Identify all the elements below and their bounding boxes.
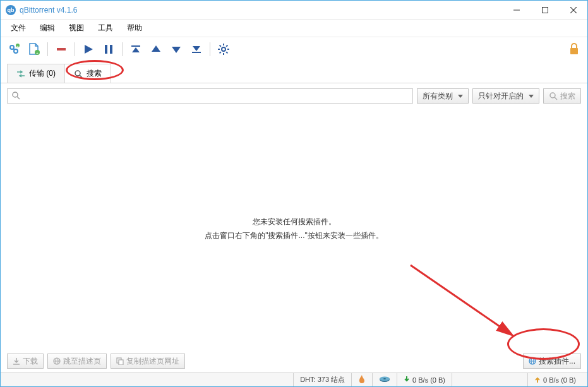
statusbar: DHT: 373 结点 0 B/s (0 B) 0 B/s (0 B) bbox=[1, 372, 587, 386]
svg-rect-30 bbox=[570, 48, 578, 54]
separator bbox=[122, 42, 123, 56]
svg-point-31 bbox=[75, 71, 80, 76]
svg-marker-35 bbox=[458, 95, 463, 98]
titlebar: qb qBittorrent v4.1.6 bbox=[1, 1, 587, 20]
resume-button[interactable] bbox=[79, 40, 98, 59]
svg-line-6 bbox=[13, 49, 15, 50]
svg-rect-43 bbox=[119, 360, 123, 365]
search-icon bbox=[74, 69, 83, 78]
maximize-button[interactable] bbox=[531, 1, 559, 19]
close-button[interactable] bbox=[559, 1, 587, 19]
arrow-up-icon bbox=[534, 376, 541, 384]
menu-view[interactable]: 视图 bbox=[63, 21, 90, 35]
delete-button[interactable] bbox=[52, 40, 71, 59]
copy-icon bbox=[116, 357, 124, 365]
svg-marker-12 bbox=[85, 45, 93, 54]
tab-transfers-label: 传输 (0) bbox=[29, 68, 56, 79]
svg-point-49 bbox=[383, 378, 386, 379]
search-plugins-button[interactable]: 搜索插件... bbox=[523, 354, 581, 369]
category-select-label: 所有类别 bbox=[423, 91, 453, 102]
svg-rect-20 bbox=[192, 52, 201, 53]
download-button[interactable]: 下载 bbox=[7, 354, 44, 369]
search-input-wrap[interactable] bbox=[7, 88, 413, 104]
svg-line-34 bbox=[17, 97, 20, 99]
minimize-button[interactable] bbox=[502, 1, 531, 19]
fire-icon bbox=[358, 375, 366, 385]
svg-point-37 bbox=[550, 93, 555, 98]
svg-marker-36 bbox=[529, 95, 534, 98]
move-down-button[interactable] bbox=[167, 40, 186, 59]
svg-line-38 bbox=[555, 97, 557, 100]
svg-marker-18 bbox=[172, 47, 181, 53]
transfers-icon bbox=[16, 70, 25, 78]
tab-search[interactable]: 搜索 bbox=[64, 64, 111, 83]
status-download: 0 B/s (0 B) bbox=[397, 373, 452, 386]
move-bottom-button[interactable] bbox=[187, 40, 206, 59]
globe-icon bbox=[53, 357, 61, 365]
menu-tools[interactable]: 工具 bbox=[92, 21, 119, 35]
separator bbox=[47, 42, 48, 56]
status-firewall bbox=[351, 373, 372, 386]
app-icon: qb bbox=[6, 5, 16, 15]
download-button-label: 下载 bbox=[23, 356, 38, 367]
svg-rect-1 bbox=[542, 7, 548, 13]
search-results-empty: 您未安装任何搜索插件。 点击窗口右下角的"搜索插件..."按钮来安装一些插件。 bbox=[1, 109, 587, 350]
svg-text:+: + bbox=[17, 44, 19, 48]
add-torrent-link-button[interactable]: + bbox=[4, 40, 23, 59]
svg-line-26 bbox=[220, 45, 221, 47]
menu-help[interactable]: 帮助 bbox=[121, 21, 148, 35]
move-top-button[interactable] bbox=[126, 40, 145, 59]
search-input[interactable] bbox=[24, 89, 412, 103]
goto-description-button[interactable]: 跳至描述页 bbox=[47, 354, 107, 369]
toolbar: + + bbox=[1, 37, 587, 62]
svg-rect-11 bbox=[57, 48, 66, 51]
menu-file[interactable]: 文件 bbox=[4, 21, 32, 35]
status-dht: DHT: 373 结点 bbox=[293, 373, 351, 386]
svg-rect-14 bbox=[110, 45, 112, 54]
menu-edit[interactable]: 编辑 bbox=[33, 21, 61, 35]
separator bbox=[75, 42, 75, 56]
tab-search-label: 搜索 bbox=[87, 68, 102, 79]
window-title: qBittorrent v4.1.6 bbox=[20, 6, 77, 15]
tabs: 传输 (0) 搜索 bbox=[1, 61, 587, 83]
svg-line-28 bbox=[220, 52, 221, 53]
svg-text:+: + bbox=[36, 51, 39, 55]
category-select[interactable]: 所有类别 bbox=[417, 88, 469, 104]
search-icon bbox=[8, 91, 24, 102]
separator bbox=[210, 42, 210, 56]
search-bar: 所有类别 只针对开启的 搜索 bbox=[1, 83, 587, 109]
settings-button[interactable] bbox=[214, 40, 233, 59]
status-disk bbox=[372, 373, 397, 386]
search-plugins-label: 搜索插件... bbox=[539, 356, 575, 367]
add-torrent-file-button[interactable]: + bbox=[25, 40, 44, 59]
pause-button[interactable] bbox=[99, 40, 118, 59]
svg-marker-17 bbox=[152, 45, 160, 52]
svg-line-27 bbox=[226, 52, 227, 53]
copy-description-button[interactable]: 复制描述页网址 bbox=[111, 354, 185, 369]
copy-description-label: 复制描述页网址 bbox=[126, 356, 179, 367]
menubar: 文件 编辑 视图 工具 帮助 bbox=[1, 20, 587, 37]
status-upload: 0 B/s (0 B) bbox=[527, 373, 582, 386]
lock-button[interactable] bbox=[565, 40, 584, 59]
search-button[interactable]: 搜索 bbox=[543, 88, 581, 104]
chevron-down-icon bbox=[458, 92, 463, 100]
chevron-down-icon bbox=[529, 92, 534, 100]
svg-marker-16 bbox=[132, 47, 140, 52]
svg-rect-15 bbox=[131, 45, 140, 47]
move-up-button[interactable] bbox=[147, 40, 165, 59]
svg-line-29 bbox=[226, 45, 227, 47]
empty-message-line2: 点击窗口右下角的"搜索插件..."按钮来安装一些插件。 bbox=[205, 229, 383, 243]
search-icon bbox=[549, 92, 558, 100]
scope-select[interactable]: 只针对开启的 bbox=[472, 88, 539, 104]
empty-message-line1: 您未安装任何搜索插件。 bbox=[253, 215, 336, 229]
disk-icon bbox=[379, 376, 390, 384]
svg-point-33 bbox=[13, 92, 18, 97]
arrow-down-icon bbox=[404, 376, 410, 384]
svg-marker-19 bbox=[193, 46, 200, 51]
tab-transfers[interactable]: 传输 (0) bbox=[7, 64, 65, 83]
search-button-label: 搜索 bbox=[560, 91, 575, 102]
scope-select-label: 只针对开启的 bbox=[478, 91, 524, 102]
goto-description-label: 跳至描述页 bbox=[63, 356, 101, 367]
svg-rect-13 bbox=[105, 45, 107, 54]
bottom-row: 下载 跳至描述页 复制描述页网址 搜索插件... bbox=[1, 350, 587, 372]
